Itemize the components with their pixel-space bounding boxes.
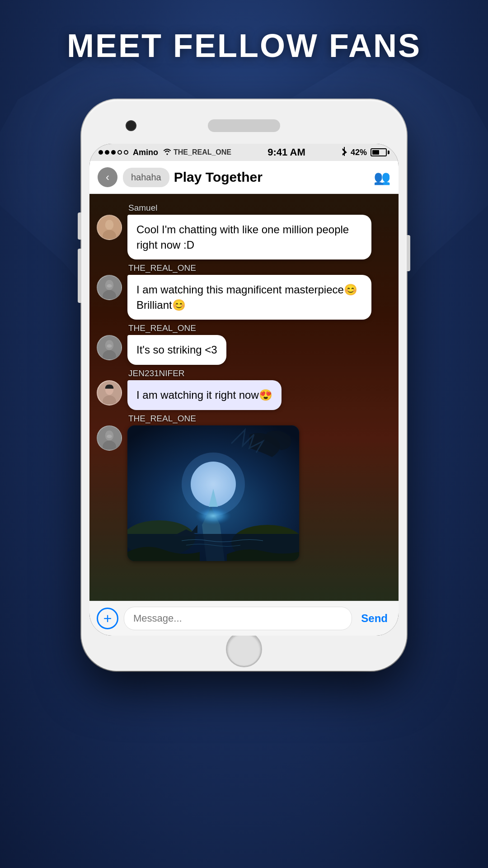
typing-preview-bubble: hahaha	[123, 168, 169, 187]
page-title: MEET FELLOW FANS	[0, 27, 488, 64]
status-username: THE_REAL_ONE	[174, 148, 231, 156]
message-text-3: It's so striking <3	[136, 344, 217, 356]
message-row-5	[97, 425, 391, 561]
message-group-4: JEN231NIFER I am	[97, 368, 391, 410]
message-bubble-4: I am watching it right now😍	[127, 380, 282, 410]
back-button[interactable]: ‹	[98, 167, 117, 187]
sender-name-real-3: THE_REAL_ONE	[128, 414, 391, 424]
message-group-1: Samuel Cool I'm chatting with like	[97, 203, 391, 259]
add-icon: +	[103, 610, 112, 627]
sender-name-jen: JEN231NIFER	[128, 368, 391, 378]
avatar-real-one-1	[97, 275, 122, 300]
bluetooth-icon	[342, 147, 347, 158]
svg-point-18	[107, 434, 112, 438]
typing-preview-text: hahaha	[131, 172, 161, 182]
back-icon: ‹	[106, 171, 109, 184]
phone-bottom-bar	[89, 636, 399, 663]
front-camera	[126, 120, 136, 131]
signal-dot-5	[124, 150, 128, 155]
svg-point-2	[105, 220, 114, 230]
status-time: 9:41 AM	[267, 146, 305, 158]
add-media-button[interactable]: +	[97, 608, 118, 629]
signal-dot-1	[99, 150, 103, 155]
power-button	[407, 235, 410, 271]
signal-dot-2	[105, 150, 109, 155]
status-right: 42%	[342, 147, 389, 158]
volume-down-button	[78, 249, 81, 303]
svg-point-26	[195, 507, 231, 525]
chat-title: Play Together	[174, 170, 374, 185]
earpiece-speaker	[208, 119, 280, 132]
group-members-icon[interactable]: 👥	[374, 170, 390, 185]
message-input[interactable]	[124, 607, 352, 630]
chat-header: ‹ hahaha Play Together 👥	[89, 161, 399, 194]
battery-icon	[371, 148, 389, 156]
svg-point-7	[107, 284, 112, 288]
chat-input-bar: + Send	[89, 601, 399, 636]
signal-dots	[99, 150, 128, 155]
message-bubble-3: It's so striking <3	[127, 335, 226, 365]
sender-name-real-1: THE_REAL_ONE	[128, 263, 391, 273]
phone-device: Amino THE_REAL_ONE 9:41 AM	[81, 99, 407, 671]
status-bar: Amino THE_REAL_ONE 9:41 AM	[89, 144, 399, 161]
message-group-2: THE_REAL_ONE I a	[97, 263, 391, 320]
home-button[interactable]	[226, 631, 262, 667]
avatar-real-one-2	[97, 335, 122, 360]
messages-container: Samuel Cool I'm chatting with like	[89, 194, 399, 570]
status-left: Amino THE_REAL_ONE	[99, 148, 231, 157]
chat-messages-area: Samuel Cool I'm chatting with like	[89, 194, 399, 601]
message-group-5: THE_REAL_ONE	[97, 414, 391, 561]
wifi-icon	[163, 148, 172, 157]
phone-screen: Amino THE_REAL_ONE 9:41 AM	[89, 144, 399, 636]
message-text-2: I am watching this magnificent masterpie…	[136, 283, 357, 311]
message-row-3: It's so striking <3	[97, 335, 391, 365]
message-row-2: I am watching this magnificent masterpie…	[97, 275, 391, 320]
phone-body: Amino THE_REAL_ONE 9:41 AM	[81, 99, 407, 671]
volume-up-button	[78, 212, 81, 240]
avatar-real-one-3	[97, 425, 122, 451]
message-image-5	[127, 425, 299, 561]
message-row-1: Cool I'm chatting with like one million …	[97, 215, 391, 259]
message-text-4: I am watching it right now😍	[136, 389, 272, 401]
signal-dot-3	[111, 150, 116, 155]
message-bubble-1: Cool I'm chatting with like one million …	[127, 215, 371, 259]
carrier-label: Amino	[133, 148, 158, 157]
sender-name-samuel: Samuel	[128, 203, 391, 213]
message-bubble-2: I am watching this magnificent masterpie…	[127, 275, 371, 320]
message-group-3: THE_REAL_ONE It'	[97, 323, 391, 365]
svg-point-11	[107, 344, 112, 348]
avatar-jen	[97, 380, 122, 406]
message-text-1: Cool I'm chatting with like one million …	[136, 223, 349, 251]
phone-top-bar	[89, 108, 399, 144]
fantasy-image-svg	[127, 425, 299, 561]
battery-percent: 42%	[351, 148, 367, 157]
signal-dot-4	[117, 150, 122, 155]
message-row-4: I am watching it right now😍	[97, 380, 391, 410]
send-button[interactable]: Send	[357, 612, 391, 625]
sender-name-real-2: THE_REAL_ONE	[128, 323, 391, 333]
avatar-samuel	[97, 215, 122, 240]
